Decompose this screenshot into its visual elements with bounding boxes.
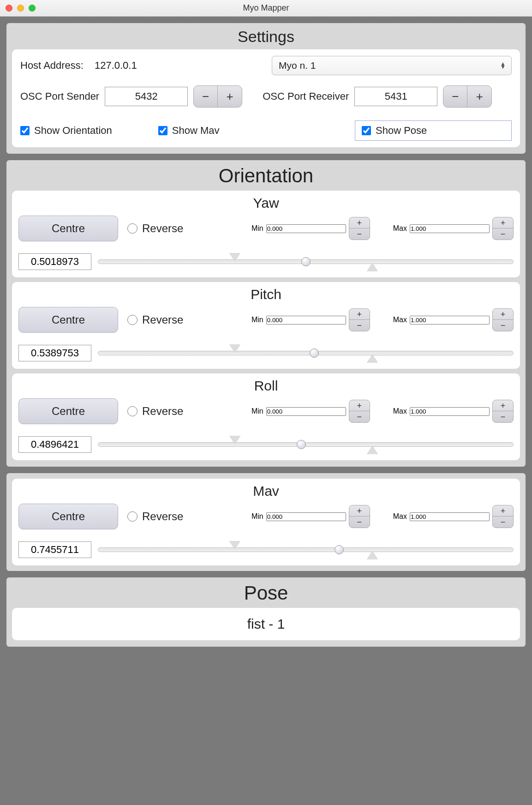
yaw-title: Yaw: [18, 195, 514, 211]
device-select[interactable]: Myo n. 1 ▲▼: [272, 56, 512, 75]
roll-section: Roll Centre Reverse Min +−: [12, 373, 520, 460]
mav-slider[interactable]: [98, 543, 514, 557]
roll-reverse[interactable]: Reverse: [127, 405, 183, 418]
pitch-slider[interactable]: [98, 346, 514, 360]
show-mav-check[interactable]: Show Mav: [158, 120, 220, 141]
pose-panel: Pose fist - 1: [6, 577, 526, 647]
osc-sender-label: OSC Port Sender: [20, 90, 99, 102]
pitch-min-input[interactable]: [266, 316, 346, 324]
mav-title: Mav: [18, 483, 514, 499]
osc-sender-decrement[interactable]: −: [194, 86, 218, 107]
yaw-max-inc[interactable]: +: [493, 217, 513, 228]
roll-max-inc[interactable]: +: [493, 400, 513, 411]
settings-title: Settings: [12, 28, 520, 46]
roll-max-input[interactable]: [410, 407, 490, 416]
pitch-title: Pitch: [18, 287, 514, 302]
yaw-min-label: Min: [251, 224, 263, 233]
yaw-min-input[interactable]: [266, 224, 346, 233]
yaw-min-dec[interactable]: −: [349, 228, 370, 240]
roll-min-dec[interactable]: −: [349, 411, 370, 422]
mav-section: Mav Centre Reverse Min +− Max: [12, 479, 520, 565]
show-orientation-label: Show Orientation: [34, 125, 112, 137]
osc-sender-input[interactable]: [105, 87, 188, 106]
pitch-reverse[interactable]: Reverse: [127, 313, 183, 326]
show-pose-check[interactable]: Show Pose: [362, 125, 505, 137]
roll-reverse-radio[interactable]: [127, 406, 137, 416]
pitch-reverse-label: Reverse: [142, 313, 183, 326]
show-mav-label: Show Mav: [172, 125, 220, 137]
close-icon[interactable]: [6, 5, 12, 12]
mav-marker-down-icon[interactable]: [229, 541, 240, 549]
mav-value: 0.7455711: [18, 541, 91, 558]
pitch-marker-down-icon[interactable]: [229, 344, 240, 353]
osc-receiver-input[interactable]: [354, 87, 437, 106]
pitch-max-input[interactable]: [410, 316, 490, 324]
yaw-max-input[interactable]: [410, 224, 490, 233]
pitch-max-dec[interactable]: −: [493, 320, 513, 331]
mav-min-input[interactable]: [266, 512, 346, 521]
osc-receiver-decrement[interactable]: −: [443, 86, 467, 107]
roll-value: 0.4896421: [18, 436, 91, 453]
roll-min-input[interactable]: [266, 407, 346, 416]
roll-min-label: Min: [251, 407, 263, 415]
pitch-min-inc[interactable]: +: [349, 309, 370, 320]
osc-sender-increment[interactable]: +: [218, 86, 242, 107]
roll-max-dec[interactable]: −: [493, 411, 513, 422]
yaw-max-dec[interactable]: −: [493, 228, 513, 240]
chevron-updown-icon: ▲▼: [500, 62, 506, 69]
yaw-reverse-radio[interactable]: [127, 223, 137, 234]
roll-marker-up-icon[interactable]: [367, 446, 378, 454]
pitch-max-inc[interactable]: +: [493, 309, 513, 320]
roll-marker-down-icon[interactable]: [229, 436, 240, 444]
show-pose-checkbox[interactable]: [362, 126, 371, 135]
window-title: Myo Mapper: [243, 3, 289, 13]
mav-max-inc[interactable]: +: [493, 505, 513, 517]
yaw-reverse[interactable]: Reverse: [127, 222, 183, 235]
pitch-min-label: Min: [251, 316, 263, 324]
pitch-reverse-radio[interactable]: [127, 315, 137, 325]
mav-max-input[interactable]: [410, 512, 490, 521]
yaw-marker-down-icon[interactable]: [229, 253, 240, 261]
mav-centre-button[interactable]: Centre: [18, 504, 118, 529]
mav-reverse-radio[interactable]: [127, 511, 137, 522]
show-pose-label: Show Pose: [376, 125, 427, 137]
pitch-marker-up-icon[interactable]: [367, 354, 378, 363]
pitch-min-dec[interactable]: −: [349, 320, 370, 331]
roll-min-inc[interactable]: +: [349, 400, 370, 411]
titlebar[interactable]: Myo Mapper: [0, 0, 532, 17]
yaw-min-inc[interactable]: +: [349, 217, 370, 228]
roll-slider-thumb[interactable]: [297, 440, 306, 449]
yaw-marker-up-icon[interactable]: [367, 263, 378, 271]
show-mav-checkbox[interactable]: [158, 126, 167, 135]
pitch-slider-thumb[interactable]: [310, 348, 319, 358]
mav-reverse[interactable]: Reverse: [127, 510, 183, 523]
yaw-value: 0.5018973: [18, 253, 91, 270]
show-orientation-check[interactable]: Show Orientation: [20, 120, 112, 141]
roll-centre-button[interactable]: Centre: [18, 398, 118, 424]
osc-receiver-increment[interactable]: +: [467, 86, 491, 107]
host-label: Host Address:: [20, 60, 84, 72]
mav-marker-up-icon[interactable]: [367, 551, 378, 559]
mav-max-dec[interactable]: −: [493, 517, 513, 528]
pose-value: fist - 1: [12, 608, 520, 640]
orientation-panel: Orientation Yaw Centre Reverse Min: [6, 160, 526, 467]
pitch-value: 0.5389753: [18, 345, 91, 361]
mav-slider-thumb[interactable]: [335, 545, 344, 554]
orientation-title: Orientation: [12, 165, 520, 187]
pitch-max-label: Max: [393, 316, 407, 324]
pitch-centre-button[interactable]: Centre: [18, 307, 118, 333]
pitch-section: Pitch Centre Reverse Min +−: [12, 282, 520, 369]
minimize-icon[interactable]: [17, 5, 24, 12]
mav-min-dec[interactable]: −: [349, 517, 370, 528]
yaw-centre-button[interactable]: Centre: [18, 216, 118, 241]
yaw-slider[interactable]: [98, 255, 514, 269]
maximize-icon[interactable]: [29, 5, 36, 12]
mav-max-label: Max: [393, 512, 407, 521]
yaw-slider-thumb[interactable]: [301, 257, 311, 266]
host-value: 127.0.0.1: [95, 60, 137, 72]
mav-min-inc[interactable]: +: [349, 505, 370, 517]
yaw-section: Yaw Centre Reverse Min +: [12, 191, 520, 277]
roll-slider[interactable]: [98, 438, 514, 451]
roll-max-label: Max: [393, 407, 407, 415]
show-orientation-checkbox[interactable]: [20, 126, 30, 135]
